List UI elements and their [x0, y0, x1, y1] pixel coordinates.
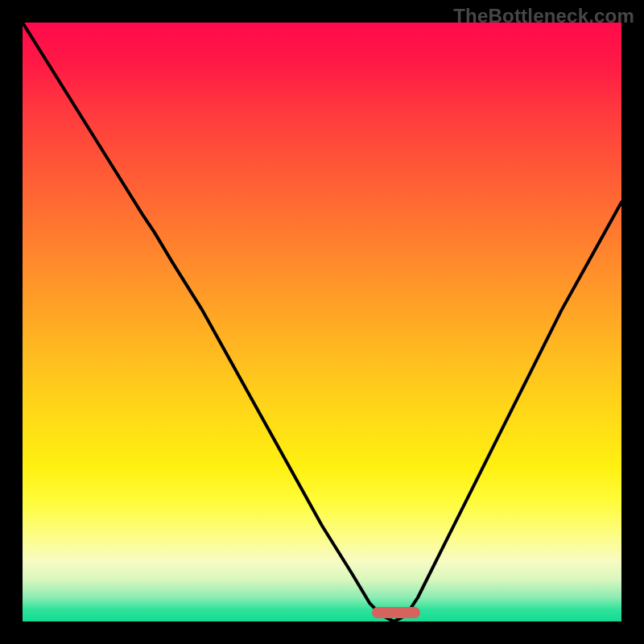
- watermark-text: TheBottleneck.com: [453, 5, 634, 27]
- plot-area: [23, 23, 621, 621]
- bottleneck-curve: [23, 23, 621, 621]
- outer-frame: TheBottleneck.com: [0, 0, 644, 644]
- optimal-range-marker: [372, 607, 420, 618]
